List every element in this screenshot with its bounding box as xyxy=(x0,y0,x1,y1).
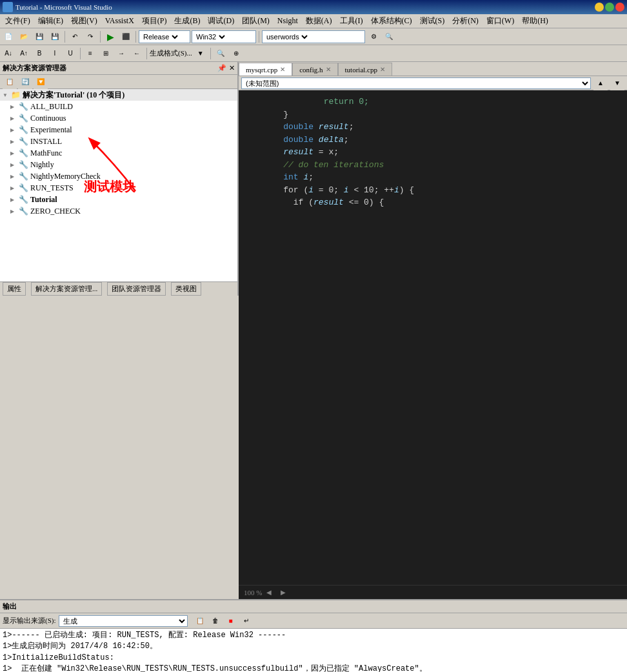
tb2-search-btn[interactable]: 🔍 xyxy=(214,46,228,61)
tab-config[interactable]: config.h ✕ xyxy=(292,63,337,76)
tb2-format-btn[interactable]: ▼ xyxy=(194,46,208,61)
toolbar-extra1[interactable]: ⚙ xyxy=(366,30,381,44)
menu-data[interactable]: 数据(A) xyxy=(302,14,336,28)
tree-item-mathfunc[interactable]: ▶ 🔧 MathFunc xyxy=(0,147,237,159)
editor-toolbar-up[interactable]: ▲ xyxy=(593,76,608,90)
tab-tutorial[interactable]: tutorial.cpp ✕ xyxy=(338,63,392,76)
arrow-nightly: ▶ xyxy=(10,162,18,168)
tb2-btn4[interactable]: I xyxy=(48,46,62,61)
code-line-1: return 0; xyxy=(244,96,622,108)
output-text-3: 1> 正在创建 "Win32\Release\RUN_TESTS\RUN_TES… xyxy=(3,664,427,672)
sidebar-tab-team[interactable]: 团队资源管理器 xyxy=(107,282,166,296)
maximize-btn[interactable] xyxy=(605,3,614,12)
output-wrapper: 输出 显示输出来源(S): 生成 📋 🗑 ■ ↵ 1>------ 已启动生成:… xyxy=(0,599,627,672)
new-file-btn[interactable]: 📄 xyxy=(1,30,15,44)
tb2-btn1[interactable]: A↓ xyxy=(1,46,15,61)
menu-window[interactable]: 窗口(W) xyxy=(483,14,518,28)
solution-root[interactable]: ▼ 📁 解决方案'Tutorial' (10 个项目) xyxy=(0,89,237,101)
menu-vassistx[interactable]: VAssistX xyxy=(101,15,138,27)
code-line-3: double result; xyxy=(244,121,622,134)
tree-item-nightly[interactable]: ▶ 🔧 Nightly xyxy=(0,159,237,170)
close-btn[interactable] xyxy=(615,3,624,12)
output-toolbar: 显示输出来源(S): 生成 📋 🗑 ■ ↵ xyxy=(0,613,627,629)
menu-arch[interactable]: 体系结构(C) xyxy=(367,14,416,28)
tb2-btn7[interactable]: ⊞ xyxy=(99,46,113,61)
tree-item-nightly-memory[interactable]: ▶ 🔧 NightlyMemoryCheck xyxy=(0,170,237,182)
save-btn[interactable]: 💾 xyxy=(32,30,46,44)
redo-btn[interactable]: ↷ xyxy=(83,30,97,44)
output-title: 输出 xyxy=(3,602,17,611)
tab-config-label: config.h xyxy=(299,66,323,74)
menu-debug[interactable]: 调试(D) xyxy=(204,14,238,28)
menu-view[interactable]: 视图(V) xyxy=(67,14,101,28)
output-clear-btn[interactable]: 🗑 xyxy=(208,614,223,628)
tb2-btn6[interactable]: ≡ xyxy=(83,46,97,61)
undo-btn[interactable]: ↶ xyxy=(68,30,82,44)
menu-analyze[interactable]: 分析(N) xyxy=(448,14,483,28)
menu-nsight[interactable]: Nsight xyxy=(274,15,302,27)
sidebar-tab-solution[interactable]: 解决方案资源管理... xyxy=(31,282,102,296)
tb2-btn9[interactable]: ← xyxy=(130,46,144,61)
menu-test[interactable]: 测试(S) xyxy=(416,14,449,28)
editor-toolbar-down[interactable]: ▼ xyxy=(610,76,624,90)
run-btn[interactable]: ▶ xyxy=(103,30,117,44)
editor-content[interactable]: return 0; } double result; double delta;… xyxy=(239,90,627,585)
minimize-btn[interactable] xyxy=(595,3,604,12)
solution-properties-btn[interactable]: 📋 xyxy=(3,75,17,89)
scope-dropdown[interactable]: (未知范围) xyxy=(241,77,591,89)
tree-item-run-tests[interactable]: ▶ 🔧 RUN_TESTS xyxy=(0,182,237,194)
tb2-btn5[interactable]: U xyxy=(63,46,77,61)
zoom-btn[interactable]: ◀ xyxy=(262,585,276,600)
release-select[interactable]: Release xyxy=(141,32,180,41)
menu-edit[interactable]: 编辑(E) xyxy=(34,14,67,28)
code-line-6: // do ten iterations xyxy=(244,159,622,172)
platform-select[interactable]: Win32 xyxy=(194,32,227,41)
sidebar-tab-properties[interactable]: 属性 xyxy=(3,282,26,296)
tree-item-tutorial[interactable]: ▶ 🔧 Tutorial xyxy=(0,194,237,205)
solution-folder-icon: 📁 xyxy=(10,90,21,99)
tab-tutorial-close[interactable]: ✕ xyxy=(380,66,385,73)
tb2-btn8[interactable]: → xyxy=(114,46,128,61)
tb2-btn2[interactable]: A↑ xyxy=(17,46,31,61)
menu-help[interactable]: 帮助(H) xyxy=(518,14,552,28)
solution-refresh-btn[interactable]: 🔄 xyxy=(18,75,32,89)
sidebar-tab-class[interactable]: 类视图 xyxy=(171,282,201,296)
solution-filter-btn[interactable]: 🔽 xyxy=(34,75,48,89)
icon-all-build: 🔧 xyxy=(18,102,28,111)
userwords-dropdown[interactable]: userwords xyxy=(262,30,365,43)
output-source-select[interactable]: 生成 xyxy=(59,615,188,627)
platform-dropdown[interactable]: Win32 xyxy=(192,30,256,43)
icon-continuous: 🔧 xyxy=(18,114,28,123)
tree-item-all-build[interactable]: ▶ 🔧 ALL_BUILD xyxy=(0,101,237,112)
sidebar-pin[interactable]: 📌 xyxy=(217,64,226,72)
arrow-experimental: ▶ xyxy=(10,127,18,133)
output-copy-btn[interactable]: 📋 xyxy=(193,614,207,628)
tb2-zoom-btn[interactable]: ⊕ xyxy=(229,46,243,61)
sidebar-close[interactable]: ✕ xyxy=(229,64,235,72)
tree-item-zero-check[interactable]: ▶ 🔧 ZERO_CHECK xyxy=(0,205,237,217)
toolbar-extra2[interactable]: 🔍 xyxy=(382,30,396,44)
output-stop-btn[interactable]: ■ xyxy=(224,614,238,628)
icon-nightly-memory: 🔧 xyxy=(18,172,28,181)
open-btn[interactable]: 📂 xyxy=(17,30,31,44)
tree-item-experimental[interactable]: ▶ 🔧 Experimental xyxy=(0,124,237,136)
tab-mysqrt[interactable]: mysqrt.cpp ✕ xyxy=(239,63,292,76)
stop-btn[interactable]: ⬛ xyxy=(119,30,133,44)
save-all-btn[interactable]: 💾 xyxy=(48,30,62,44)
tab-config-close[interactable]: ✕ xyxy=(326,66,331,73)
tb2-btn3[interactable]: B xyxy=(32,46,46,61)
release-dropdown[interactable]: Release xyxy=(139,30,190,43)
title-bar: Tutorial - Microsoft Visual Studio xyxy=(0,0,627,14)
zoom-btn2[interactable]: ▶ xyxy=(276,585,290,600)
menu-build[interactable]: 生成(B) xyxy=(170,14,204,28)
tree-item-continuous[interactable]: ▶ 🔧 Continuous xyxy=(0,112,237,124)
menu-tools[interactable]: 工具(I) xyxy=(336,14,367,28)
menu-project[interactable]: 项目(P) xyxy=(138,14,171,28)
label-zero-check: ZERO_CHECK xyxy=(30,207,81,216)
output-wrap-btn[interactable]: ↵ xyxy=(239,614,254,628)
menu-file[interactable]: 文件(F) xyxy=(1,14,34,28)
tab-mysqrt-close[interactable]: ✕ xyxy=(280,66,285,73)
tree-item-install[interactable]: ▶ 🔧 INSTALL xyxy=(0,136,237,147)
menu-team[interactable]: 团队(M) xyxy=(238,14,274,28)
userwords-select[interactable]: userwords xyxy=(264,32,310,41)
